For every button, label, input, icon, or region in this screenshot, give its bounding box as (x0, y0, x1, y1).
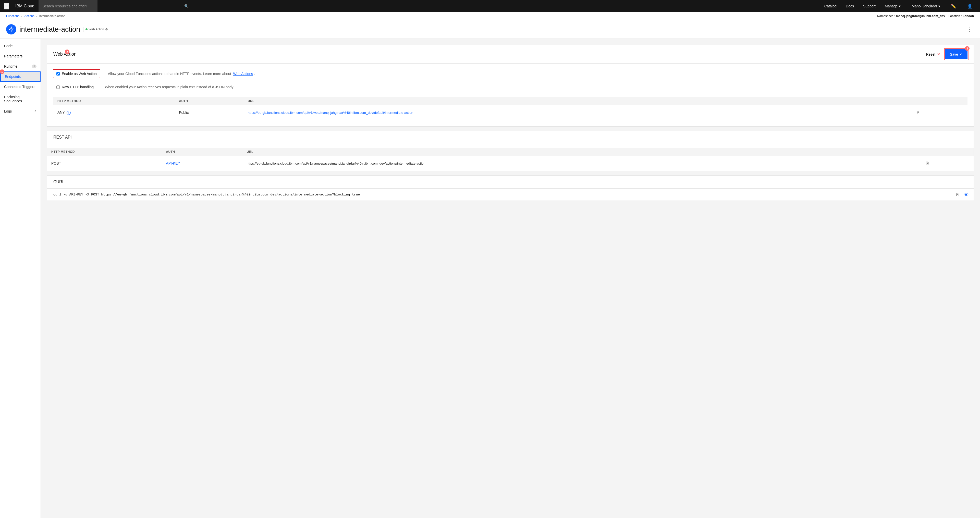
web-action-auth-cell: Public (175, 105, 243, 120)
sidebar-item-parameters[interactable]: Parameters (0, 51, 41, 61)
reset-save-area: 3 Reset ✕ Save ✓ (923, 49, 968, 59)
sidebar-item-endpoints[interactable]: 1 Endpoints (0, 72, 41, 82)
web-action-col-auth: AUTH (175, 97, 243, 105)
web-action-card: 2 Web Action 3 Reset ✕ Save ✓ (47, 45, 974, 127)
rest-api-table-container: HTTP METHOD AUTH URL POST API-KE (47, 148, 974, 171)
save-button[interactable]: Save ✓ (945, 49, 967, 59)
sidebar-item-connected-triggers[interactable]: Connected Triggers (0, 82, 41, 92)
web-action-col-actions (911, 97, 967, 105)
enable-checkbox-container: Enable as Web Action (53, 70, 100, 78)
namespace-value: manoj.jahgirdar@in.ibm.com_dev (896, 14, 945, 18)
rest-api-url: https://eu-gb.functions.cloud.ibm.com/ap… (247, 162, 425, 165)
user-profile-icon[interactable]: 👤 (964, 0, 976, 12)
manage-chevron-icon: ▾ (899, 4, 900, 8)
any-info-icon[interactable]: i (67, 111, 71, 115)
raw-http-row: Raw HTTP handling When enabled your Acti… (53, 83, 967, 91)
rest-api-title: REST API (53, 135, 72, 139)
curl-copy-button[interactable]: ⎘ (954, 191, 961, 198)
breadcrumb-sep-1: / (21, 14, 22, 18)
web-action-col-url: URL (244, 97, 911, 105)
reset-label: Reset (926, 52, 935, 56)
web-action-url-link[interactable]: https://eu-gb.functions.cloud.ibm.com/ap… (248, 111, 413, 114)
sidebar: Code Parameters Runtime 1 1 Endpoints Co… (0, 39, 41, 518)
sidebar-label-connected-triggers: Connected Triggers (4, 85, 35, 89)
search-input[interactable] (38, 0, 97, 12)
raw-http-description: When enabled your Action receives reques… (105, 83, 967, 89)
enable-web-action-checkbox[interactable] (56, 72, 60, 76)
web-action-method-cell: ANY i (53, 105, 175, 120)
breadcrumb-sep-2: / (37, 14, 37, 18)
rest-api-table: HTTP METHOD AUTH URL POST API-KE (47, 148, 974, 171)
reset-x-icon: ✕ (937, 52, 940, 57)
web-action-method: ANY (57, 110, 65, 114)
rest-api-table-row: POST API-KEY https://eu-gb.functions.clo… (47, 156, 974, 171)
web-action-card-body: Enable as Web Action Allow your Cloud Fu… (47, 64, 974, 126)
enable-web-action-description: Allow your Cloud Functions actions to ha… (108, 70, 967, 76)
external-link-icon: ↗ (34, 110, 37, 113)
raw-http-checkbox[interactable] (56, 86, 60, 89)
enable-web-action-row: Enable as Web Action Allow your Cloud Fu… (53, 70, 967, 78)
sidebar-item-logs[interactable]: Logs ↗ (0, 106, 41, 116)
sidebar-item-runtime[interactable]: Runtime 1 (0, 61, 41, 72)
curl-code: curl -u API-KEY -X POST https://eu-gb.fu… (53, 193, 967, 197)
location-value: London (963, 14, 974, 18)
curl-card: CURL curl -u API-KEY -X POST https://eu-… (47, 175, 974, 201)
breadcrumb-bar: Functions / Actions / intermediate-actio… (0, 12, 980, 20)
web-action-table: HTTP METHOD AUTH URL ANY i (53, 97, 967, 120)
breadcrumb-functions[interactable]: Functions (6, 14, 19, 18)
annot-1-badge: 1 (0, 69, 4, 74)
badge-label: Web Action (89, 27, 104, 31)
sidebar-item-enclosing-sequences[interactable]: Enclosing Sequences (0, 92, 41, 106)
more-options-button[interactable]: ⋮ (965, 24, 974, 35)
period: . (254, 72, 255, 76)
support-link[interactable]: Support (859, 0, 880, 12)
curl-title: CURL (53, 180, 65, 184)
web-action-col-method: HTTP METHOD (53, 97, 175, 105)
catalog-link[interactable]: Catalog (820, 0, 841, 12)
curl-body: curl -u API-KEY -X POST https://eu-gb.fu… (47, 189, 974, 200)
main-layout: Code Parameters Runtime 1 1 Endpoints Co… (0, 39, 980, 518)
web-action-copy-button[interactable]: ⎘ (915, 109, 921, 116)
user-chevron-icon: ▾ (939, 4, 940, 8)
save-check-icon: ✓ (959, 52, 963, 57)
badge-dot (86, 28, 88, 30)
docs-link[interactable]: Docs (842, 0, 858, 12)
sidebar-label-logs: Logs (4, 109, 12, 113)
rest-api-method-cell: POST (47, 156, 162, 171)
top-navigation: ☰ IBM Cloud 🔍 Catalog Docs Support Manag… (0, 0, 980, 12)
web-action-table-row: ANY i Public https://eu-gb.functions.clo… (53, 105, 967, 120)
user-area[interactable]: Manoj Jahgirdar ▾ (909, 4, 943, 8)
breadcrumb-current: intermediate-action (39, 14, 65, 18)
rest-api-card: REST API HTTP METHOD AUTH URL (47, 131, 974, 171)
rest-api-url-cell: https://eu-gb.functions.cloud.ibm.com/ap… (243, 156, 920, 171)
search-container: 🔍 (38, 0, 192, 12)
sidebar-label-runtime: Runtime (4, 64, 18, 68)
enable-web-action-label[interactable]: Enable as Web Action (62, 72, 97, 76)
web-action-url-cell: https://eu-gb.functions.cloud.ibm.com/ap… (244, 105, 911, 120)
manage-link[interactable]: Manage ▾ (881, 0, 905, 12)
edit-icon[interactable]: ✏️ (947, 0, 959, 12)
curl-view-button[interactable]: 👁 (963, 191, 969, 198)
curl-actions: ⎘ 👁 (954, 191, 969, 198)
nav-links: Catalog Docs Support Manage ▾ (820, 0, 905, 12)
rest-api-col-actions (920, 148, 974, 156)
rest-api-method: POST (51, 161, 61, 165)
reset-button[interactable]: Reset ✕ (923, 50, 943, 59)
rest-api-col-url: URL (243, 148, 920, 156)
raw-checkbox-container: Raw HTTP handling (53, 83, 97, 91)
rest-api-header: REST API (47, 131, 974, 144)
save-label: Save (950, 52, 958, 56)
page-title: intermediate-action (19, 25, 80, 33)
web-actions-link[interactable]: Web Actions (233, 72, 253, 76)
sidebar-label-enclosing-sequences: Enclosing Sequences (4, 95, 37, 103)
web-action-copy-cell: ⎘ (911, 105, 967, 120)
web-action-card-header: 2 Web Action 3 Reset ✕ Save ✓ (47, 45, 974, 64)
sidebar-label-endpoints: Endpoints (5, 75, 21, 79)
raw-http-label[interactable]: Raw HTTP handling (62, 85, 94, 89)
breadcrumb-actions[interactable]: Actions (24, 14, 34, 18)
rest-api-copy-button[interactable]: ⎘ (924, 160, 931, 167)
rest-api-col-auth: AUTH (162, 148, 242, 156)
api-key-link[interactable]: API-KEY (166, 161, 180, 165)
sidebar-item-code[interactable]: Code (0, 41, 41, 51)
menu-button[interactable]: ☰ (4, 3, 9, 10)
